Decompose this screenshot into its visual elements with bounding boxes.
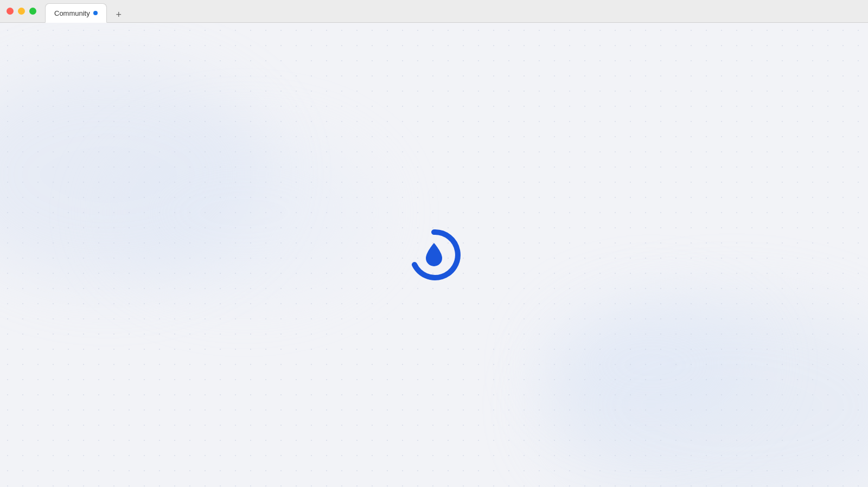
app-logo-icon bbox=[407, 228, 461, 282]
center-logo bbox=[407, 228, 461, 282]
window-controls bbox=[7, 8, 36, 15]
close-button[interactable] bbox=[7, 8, 14, 15]
community-tab[interactable]: Community bbox=[45, 3, 107, 23]
maximize-button[interactable] bbox=[29, 8, 36, 15]
main-content bbox=[0, 23, 868, 487]
minimize-button[interactable] bbox=[18, 8, 25, 15]
tab-loading-dot bbox=[93, 11, 98, 15]
tabs-container: Community + bbox=[45, 0, 126, 22]
new-tab-button[interactable]: + bbox=[111, 7, 126, 22]
titlebar: Community + bbox=[0, 0, 868, 23]
tab-title: Community bbox=[54, 9, 90, 17]
